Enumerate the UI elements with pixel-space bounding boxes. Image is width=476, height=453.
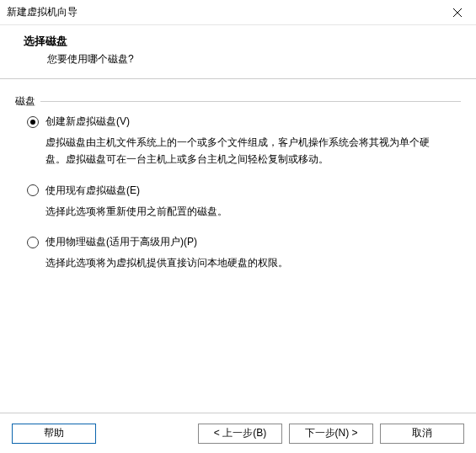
fieldset-border [15, 101, 461, 102]
radio-use-existing-disk[interactable] [27, 184, 39, 196]
radio-row[interactable]: 使用现有虚拟磁盘(E) [27, 184, 449, 198]
option-create-new-disk: 创建新虚拟磁盘(V) 虚拟磁盘由主机文件系统上的一个或多个文件组成，客户机操作系… [27, 115, 449, 168]
radio-row[interactable]: 使用物理磁盘(适用于高级用户)(P) [27, 235, 449, 249]
page-subtitle: 您要使用哪个磁盘? [5, 52, 471, 67]
help-button[interactable]: 帮助 [12, 424, 96, 444]
radio-use-physical-disk[interactable] [27, 237, 39, 248]
window-title: 新建虚拟机向导 [7, 5, 78, 19]
option-use-existing-disk: 使用现有虚拟磁盘(E) 选择此选项将重新使用之前配置的磁盘。 [27, 184, 449, 220]
titlebar: 新建虚拟机向导 [0, 0, 476, 25]
disk-fieldset: 磁盘 创建新虚拟磁盘(V) 虚拟磁盘由主机文件系统上的一个或多个文件组成，客户机… [15, 94, 461, 299]
option-use-physical-disk: 使用物理磁盘(适用于高级用户)(P) 选择此选项将为虚拟机提供直接访问本地硬盘的… [27, 235, 449, 271]
page-title: 选择磁盘 [5, 34, 471, 49]
option-label: 使用物理磁盘(适用于高级用户)(P) [45, 235, 197, 249]
close-icon [453, 8, 462, 17]
option-desc: 选择此选项将重新使用之前配置的磁盘。 [45, 203, 449, 220]
cancel-button[interactable]: 取消 [380, 424, 464, 444]
option-label: 使用现有虚拟磁盘(E) [45, 184, 140, 198]
option-desc: 选择此选项将为虚拟机提供直接访问本地硬盘的权限。 [45, 254, 449, 271]
wizard-body: 磁盘 创建新虚拟磁盘(V) 虚拟磁盘由主机文件系统上的一个或多个文件组成，客户机… [0, 79, 476, 299]
next-button[interactable]: 下一步(N) > [289, 424, 373, 444]
close-button[interactable] [438, 0, 476, 25]
radio-row[interactable]: 创建新虚拟磁盘(V) [27, 115, 449, 129]
option-desc: 虚拟磁盘由主机文件系统上的一个或多个文件组成，客户机操作系统会将其视为单个硬盘。… [45, 134, 449, 168]
wizard-header: 选择磁盘 您要使用哪个磁盘? [0, 25, 476, 78]
wizard-footer: 帮助 < 上一步(B) 下一步(N) > 取消 [0, 413, 476, 453]
back-button[interactable]: < 上一步(B) [198, 424, 282, 444]
option-label: 创建新虚拟磁盘(V) [45, 115, 130, 129]
fieldset-legend: 磁盘 [15, 94, 40, 109]
radio-create-new-disk[interactable] [27, 116, 39, 128]
